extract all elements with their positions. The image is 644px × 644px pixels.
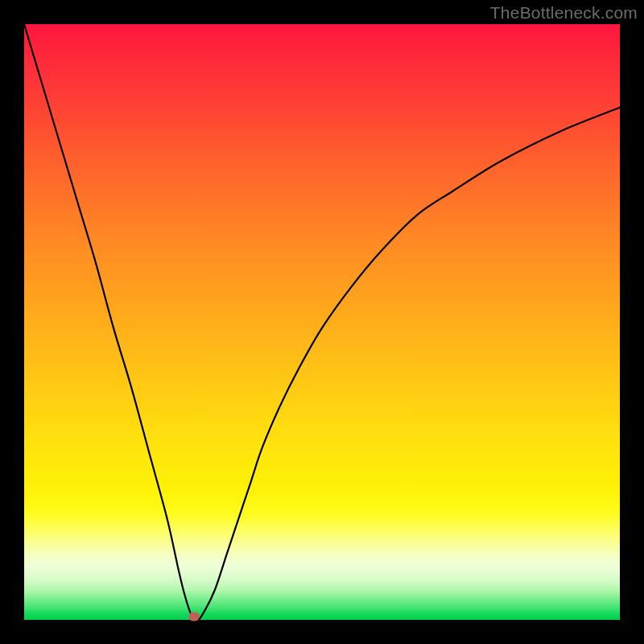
watermark-text: TheBottleneck.com xyxy=(490,3,638,23)
chart-frame: TheBottleneck.com xyxy=(0,0,644,644)
optimum-marker xyxy=(188,613,199,621)
curve-svg xyxy=(24,24,620,620)
plot-area xyxy=(24,24,620,620)
bottleneck-curve-path xyxy=(24,24,620,620)
